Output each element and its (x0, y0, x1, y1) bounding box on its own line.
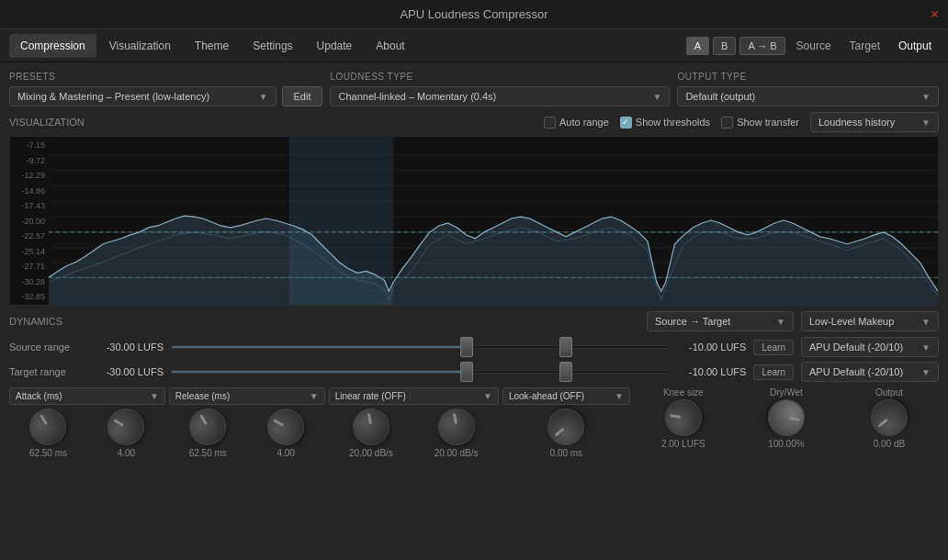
makeup-dropdown[interactable]: Low-Level Makeup ▼ (801, 311, 939, 331)
nav-visualization[interactable]: Visualization (98, 34, 182, 58)
linear-rate-knob-1[interactable] (350, 406, 392, 448)
preset-value: Mixing & Mastering – Present (low-latenc… (17, 91, 209, 102)
output-knob[interactable] (863, 392, 915, 443)
makeup-arrow: ▼ (921, 317, 931, 327)
show-thresholds-checkbox[interactable]: ✓ Show thresholds (620, 117, 710, 129)
source-range-right: -10.00 LUFS (677, 342, 746, 353)
output-section: Output type Default (output) ▼ (677, 72, 939, 106)
target-preset-dropdown[interactable]: APU Default (-20/10) ▼ (801, 362, 939, 382)
dynamics-header: Dynamics Source → Target ▼ Low-Level Mak… (9, 311, 939, 331)
dry-wet-group: Dry/Wet 100.00% (737, 387, 836, 449)
linear-rate-group: Linear rate (OFF) ▼ 20.00 dB/s 20.00 dB/… (329, 387, 499, 458)
loudness-label: Loudness type (330, 72, 670, 82)
knobs-section: Attack (ms) ▼ 62.50 ms 4.00 R (9, 387, 939, 458)
source-preset-value: APU Default (-20/10) (809, 342, 903, 353)
knee-size-label: Knee size (634, 387, 733, 398)
close-button[interactable]: × (931, 7, 939, 22)
nav-compression[interactable]: Compression (9, 34, 96, 58)
source-slider-track[interactable] (171, 345, 670, 349)
nav-target[interactable]: Target (842, 37, 887, 55)
nav-settings[interactable]: Settings (242, 34, 303, 58)
dynamics-section: Dynamics Source → Target ▼ Low-Level Mak… (9, 311, 939, 382)
source-learn-btn[interactable]: Learn (753, 340, 794, 355)
presets-label: Presets (9, 72, 322, 82)
history-dropdown[interactable]: Loudness history ▼ (810, 112, 939, 132)
source-range-left: -30.00 LUFS (90, 342, 164, 353)
y-label-6: -22.57 (10, 231, 49, 241)
show-transfer-check[interactable] (721, 117, 733, 129)
target-preset-value: APU Default (-20/10) (809, 366, 903, 377)
release-dropdown[interactable]: Release (ms) ▼ (169, 387, 325, 405)
direction-dropdown[interactable]: Source → Target ▼ (647, 311, 794, 331)
release-knob-1[interactable] (183, 402, 233, 453)
attack-dropdown[interactable]: Attack (ms) ▼ (9, 387, 165, 405)
linear-rate-knob-2[interactable] (434, 406, 477, 448)
app-title: APU Loudness Compressor (400, 7, 547, 21)
attack-value-1: 62.50 ms (29, 448, 67, 458)
nav-about[interactable]: About (365, 34, 415, 58)
source-preset-dropdown[interactable]: APU Default (-20/10) ▼ (801, 337, 939, 357)
y-label-5: -20.00 (10, 217, 49, 226)
preset-row: Mixing & Mastering – Present (low-latenc… (9, 86, 322, 106)
title-bar: APU Loudness Compressor × (0, 0, 948, 29)
viz-plot (49, 137, 938, 305)
edit-button[interactable]: Edit (282, 86, 323, 106)
preset-dropdown[interactable]: Mixing & Mastering – Present (low-latenc… (9, 86, 276, 106)
show-transfer-label: Show transfer (737, 117, 799, 128)
release-knob-1-group: 62.50 ms (169, 409, 247, 458)
nav-update[interactable]: Update (306, 34, 364, 58)
output-knob-label: Output (840, 387, 939, 398)
knee-size-group: Knee size 2.00 LUFS (634, 387, 733, 449)
top-row: Presets Mixing & Mastering – Present (lo… (9, 72, 939, 106)
lookahead-knob[interactable] (540, 401, 592, 453)
release-knob-2[interactable] (261, 402, 311, 453)
viz-canvas: -7.15 -9.72 -12.29 -14.86 -17.43 -20.00 … (9, 136, 939, 306)
nav-right-controls: A B A → B Source Target Output (686, 37, 939, 55)
output-arrow: ▼ (921, 92, 931, 102)
show-thresholds-check[interactable]: ✓ (620, 117, 632, 129)
dynamics-controls: Source → Target ▼ Low-Level Makeup ▼ (647, 311, 939, 331)
nav-source[interactable]: Source (789, 37, 839, 55)
release-group: Release (ms) ▼ 62.50 ms 4.00 (169, 387, 325, 458)
linear-rate-dropdown[interactable]: Linear rate (OFF) ▼ (329, 387, 499, 405)
ab-button-b[interactable]: B (713, 37, 736, 55)
target-slider-wrap (171, 370, 670, 374)
output-knob-item: 0.00 dB (840, 399, 939, 449)
knee-size-knob[interactable] (662, 397, 705, 439)
viz-section-label: Visualization (9, 117, 85, 128)
output-dropdown[interactable]: Default (output) ▼ (677, 86, 939, 106)
target-learn-btn[interactable]: Learn (753, 364, 794, 380)
y-label-4: -17.43 (10, 201, 49, 210)
output-label: Output type (677, 72, 939, 82)
y-label-7: -25.14 (10, 247, 49, 256)
y-label-2: -12.29 (10, 171, 49, 180)
nav-output[interactable]: Output (891, 37, 939, 55)
attack-knob-1[interactable] (23, 402, 73, 453)
target-slider-track[interactable] (171, 370, 670, 374)
lookahead-dropdown[interactable]: Look-ahead (OFF) ▼ (502, 387, 630, 405)
auto-range-checkbox[interactable]: Auto range (544, 117, 609, 129)
attack-knob-2[interactable] (101, 402, 152, 453)
viz-controls: Auto range ✓ Show thresholds Show transf… (544, 112, 939, 132)
y-label-1: -9.72 (10, 156, 49, 165)
y-label-9: -30.28 (10, 277, 49, 286)
loudness-arrow: ▼ (653, 92, 662, 102)
auto-range-label: Auto range (559, 117, 609, 128)
target-range-left: -30.00 LUFS (90, 366, 164, 377)
dry-wet-value: 100.00% (768, 439, 804, 449)
ab-button-ab[interactable]: A → B (739, 37, 784, 55)
direction-value: Source → Target (655, 316, 730, 327)
release-label: Release (ms) (175, 391, 230, 401)
ab-button-a[interactable]: A (686, 37, 709, 55)
main-content: Presets Mixing & Mastering – Present (lo… (0, 62, 948, 560)
auto-range-check[interactable] (544, 117, 556, 129)
nav-theme[interactable]: Theme (184, 34, 240, 58)
loudness-dropdown[interactable]: Channel-linked – Momentary (0.4s) ▼ (330, 86, 670, 106)
dry-wet-knob[interactable] (765, 397, 807, 439)
y-label-3: -14.86 (10, 186, 49, 196)
attack-knob-2-group: 4.00 (87, 409, 165, 458)
release-knob-2-group: 4.00 (247, 409, 325, 458)
direction-arrow: ▼ (776, 317, 785, 327)
target-preset-arrow: ▼ (921, 367, 931, 377)
show-transfer-checkbox[interactable]: Show transfer (721, 117, 799, 129)
